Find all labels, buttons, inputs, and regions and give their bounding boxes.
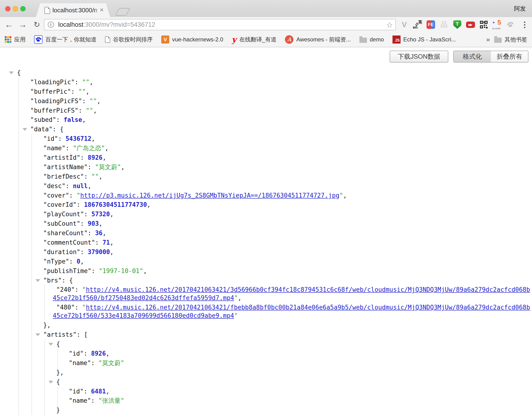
json-punctuation: : (76, 201, 84, 208)
bookmark-other-bookmarks[interactable]: 其他书签 (494, 36, 527, 43)
translator-icon[interactable]: 英en⇄ (412, 19, 423, 30)
json-key: "shareCount" (43, 230, 88, 237)
json-string-value: "张洪量" (98, 397, 124, 404)
json-line: "240": "http://v4.music.126.net/20170421… (0, 285, 532, 295)
chrome-menu-icon[interactable] (521, 19, 528, 30)
json-punctuation: , (110, 248, 114, 256)
json-punctuation: }, (43, 321, 51, 329)
bookmark-label: Echo JS - JavaScri... (403, 36, 456, 43)
vue-devtools-icon[interactable]: V (399, 19, 409, 30)
json-line: "briefDesc": "", (0, 172, 532, 182)
json-punctuation: , (238, 294, 242, 301)
json-punctuation: , (92, 135, 95, 142)
json-string-value: "" (78, 88, 86, 95)
bookmark-item[interactable]: JSEcho JS - JavaScri... (392, 36, 456, 44)
json-line: "nType": 0, (0, 257, 532, 266)
json-url-link[interactable]: http://v4.music.126.net/20170421063421/3… (86, 286, 530, 293)
sitemap-icon[interactable]: 品 (439, 19, 449, 30)
json-line: }, (0, 368, 532, 377)
tab-close-icon[interactable]: × (100, 6, 104, 13)
collapse-arrow-icon[interactable] (36, 333, 40, 336)
back-button-icon[interactable]: ← (3, 19, 15, 30)
json-line: 45ce72b1f560/533e4183a709699d566180ed0cd… (0, 312, 532, 321)
json-url-link[interactable]: http://v4.music.126.net/20170421063421/f… (86, 304, 530, 311)
json-line: "shareCount": 36, (0, 229, 532, 238)
json-line: "loadingPicFS": "", (0, 97, 532, 106)
bookmark-item[interactable]: Vvue-hackernews-2.0 (161, 36, 223, 44)
json-key: "bufferPic" (30, 88, 71, 95)
json-punctuation: , (143, 267, 147, 274)
json-literal-value: 57320 (92, 211, 110, 218)
url-text[interactable]: localhost:3000/mv?mvid=5436712 (58, 21, 155, 29)
address-bar[interactable]: i localhost:3000/mv?mvid=5436712 ☆ (44, 19, 396, 30)
qr-code-icon[interactable] (479, 19, 489, 30)
bookmark-item[interactable]: AAwesomes - 前端资... (285, 35, 351, 44)
json-line: "480": "http://v4.music.126.net/20170421… (0, 303, 532, 312)
bookmark-item[interactable]: demo (359, 36, 384, 43)
json-string-value: "广岛之恋" (73, 145, 105, 152)
json-punctuation: : (78, 107, 86, 114)
json-punctuation: : (75, 78, 82, 86)
indent-guide (57, 387, 58, 408)
json-literal-value: 8926 (91, 350, 106, 357)
shield-t-icon[interactable]: T (452, 19, 463, 30)
reload-button-icon[interactable]: ↻ (31, 19, 43, 30)
json-punctuation: { (56, 378, 60, 386)
json-url-link[interactable]: http://p3.music.126.net/ijUg7s_2S8GMbTNs… (80, 192, 340, 199)
collapse-all-button[interactable]: 折叠所有 (491, 51, 528, 62)
json-key: "publishTime" (43, 267, 92, 274)
new-tab-button[interactable] (115, 8, 130, 16)
json-punctuation: , (99, 173, 103, 180)
url-host: localhost (58, 21, 84, 28)
json-punctuation: : (80, 248, 88, 256)
download-json-button[interactable]: 下载JSON数据 (390, 51, 448, 62)
json-key: "name" (69, 397, 91, 404)
json-punctuation: : (84, 388, 91, 395)
indent-guide (44, 285, 45, 323)
profile-name: 阿发 (514, 5, 526, 12)
json-punctuation: : (95, 239, 102, 246)
collapse-arrow-icon[interactable] (36, 279, 40, 282)
json-line: { (0, 339, 532, 349)
collapse-arrow-icon[interactable] (48, 381, 53, 384)
json-punctuation: : (75, 304, 82, 311)
page-content: {"loadingPic": "","bufferPic": "","loadi… (0, 48, 532, 415)
video-downloader-icon[interactable]: ▶▶ (465, 19, 476, 30)
json-punctuation: : (62, 277, 69, 284)
collapse-arrow-icon[interactable] (48, 343, 53, 346)
window-minimize-icon[interactable] (13, 6, 18, 11)
bookmark-item[interactable]: y在线翻译_有道 (232, 36, 276, 44)
json-literal-value: 903 (88, 220, 99, 227)
bookmark-star-icon[interactable]: ☆ (386, 20, 393, 29)
paw-icon[interactable] (505, 19, 515, 30)
window-close-icon[interactable] (5, 6, 10, 11)
json-key: "subCount" (43, 220, 80, 227)
json-punctuation: { (56, 340, 60, 347)
bookmark-label: demo (370, 36, 384, 43)
json-key: "subed" (30, 116, 56, 123)
json-punctuation: : (52, 126, 60, 133)
view-mode-button-group: 格式化 折叠所有 (453, 51, 528, 62)
format-button[interactable]: 格式化 (454, 51, 491, 62)
collapse-arrow-icon[interactable] (22, 128, 27, 131)
bookmarks-overflow-chevron[interactable]: » (482, 36, 494, 43)
json-key: "loadingPic" (30, 78, 75, 86)
bookmark-item[interactable]: 百度一下，你就知道 (34, 35, 96, 44)
html5-player-icon[interactable]: ▶5PLAYER (492, 19, 502, 30)
forward-button-icon[interactable]: → (17, 19, 28, 30)
window-zoom-icon[interactable] (20, 6, 26, 11)
json-string-value: " (234, 312, 238, 319)
json-url-link[interactable]: 45ce72b1f560/bf2750483ed02d4c6263dffefa5… (53, 294, 234, 301)
browser-tab[interactable]: localhost:3000/mv?mvid=543 × (36, 3, 110, 17)
bookmark-item[interactable]: 应用 (5, 36, 26, 43)
bookmark-item[interactable]: 谷歌按时间排序 (105, 36, 153, 43)
json-punctuation: [ (84, 331, 88, 338)
collapse-arrow-icon[interactable] (9, 71, 14, 74)
indent-guide (57, 349, 58, 370)
json-punctuation: , (88, 183, 92, 190)
json-punctuation: }, (56, 369, 64, 376)
json-url-link[interactable]: 45ce72b1f560/533e4183a709699d566180ed0cd… (53, 312, 234, 319)
page-info-icon[interactable]: i (48, 21, 54, 28)
json-key: "briefDesc" (43, 173, 84, 180)
fe-icon[interactable]: FE (426, 19, 436, 30)
